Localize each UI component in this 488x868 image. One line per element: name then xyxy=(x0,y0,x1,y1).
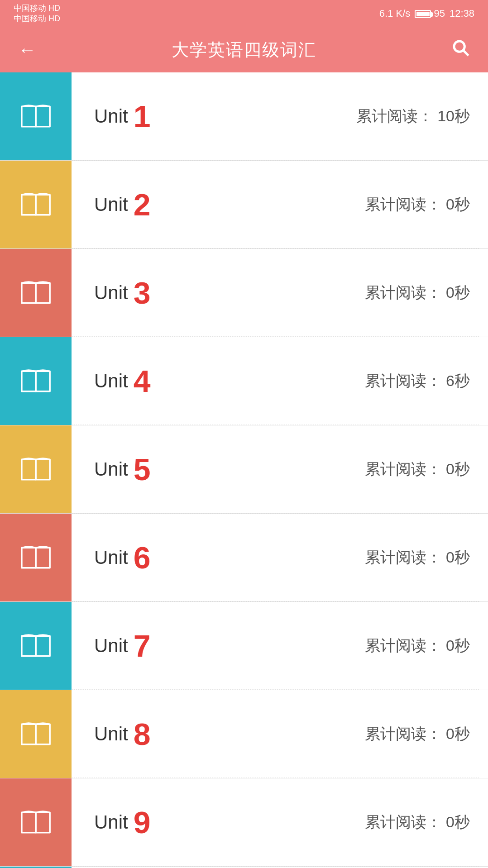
unit-number-9: 9 xyxy=(134,807,151,838)
book-icon xyxy=(18,631,54,661)
reading-label-2: 累计阅读： xyxy=(365,196,442,213)
unit-number-1: 1 xyxy=(134,101,151,132)
battery-icon xyxy=(415,10,431,18)
unit-name-4: Unit 4 xyxy=(94,366,151,396)
unit-icon-7 xyxy=(0,602,72,690)
unit-label-7: Unit xyxy=(94,635,128,657)
reading-label-3: 累计阅读： xyxy=(365,284,442,301)
unit-label-4: Unit xyxy=(94,370,128,392)
reading-label-4: 累计阅读： xyxy=(365,372,442,389)
book-icon xyxy=(18,543,54,572)
unit-label-3: Unit xyxy=(94,282,128,304)
unit-label-5: Unit xyxy=(94,458,128,480)
unit-name-8: Unit 8 xyxy=(94,719,151,749)
unit-name-5: Unit 5 xyxy=(94,454,151,485)
unit-reading-9: 累计阅读： 0秒 xyxy=(365,812,470,833)
battery-label: 95 xyxy=(415,8,445,19)
unit-item-4[interactable]: Unit 4 累计阅读： 6秒 xyxy=(0,337,488,425)
back-button[interactable]: ← xyxy=(18,40,36,60)
reading-label-8: 累计阅读： xyxy=(365,725,442,742)
unit-reading-4: 累计阅读： 6秒 xyxy=(365,371,470,391)
unit-reading-1: 累计阅读： 10秒 xyxy=(356,106,470,127)
unit-content-9: Unit 9 累计阅读： 0秒 xyxy=(72,807,488,838)
reading-label-9: 累计阅读： xyxy=(365,813,442,830)
unit-item-7[interactable]: Unit 7 累计阅读： 0秒 xyxy=(0,602,488,690)
unit-label-6: Unit xyxy=(94,547,128,568)
reading-label-1: 累计阅读： xyxy=(356,107,433,124)
unit-name-3: Unit 3 xyxy=(94,277,151,308)
toolbar: ← 大学英语四级词汇 xyxy=(0,27,488,72)
unit-content-2: Unit 2 累计阅读： 0秒 xyxy=(72,189,488,220)
reading-time-1: 10秒 xyxy=(437,107,470,124)
unit-item-3[interactable]: Unit 3 累计阅读： 0秒 xyxy=(0,249,488,337)
unit-content-6: Unit 6 累计阅读： 0秒 xyxy=(72,542,488,573)
book-icon xyxy=(18,190,54,219)
unit-reading-5: 累计阅读： 0秒 xyxy=(365,459,470,480)
unit-content-4: Unit 4 累计阅读： 6秒 xyxy=(72,366,488,396)
unit-item-1[interactable]: Unit 1 累计阅读： 10秒 xyxy=(0,72,488,161)
unit-number-8: 8 xyxy=(134,719,151,749)
book-icon xyxy=(18,278,54,308)
unit-reading-8: 累计阅读： 0秒 xyxy=(365,724,470,744)
unit-number-5: 5 xyxy=(134,454,151,485)
unit-item-9[interactable]: Unit 9 累计阅读： 0秒 xyxy=(0,778,488,867)
carrier2-label: 中国移动 HD xyxy=(14,14,60,24)
unit-number-4: 4 xyxy=(134,366,151,396)
reading-time-8: 0秒 xyxy=(446,725,470,742)
unit-name-2: Unit 2 xyxy=(94,189,151,220)
reading-time-7: 0秒 xyxy=(446,637,470,654)
unit-content-5: Unit 5 累计阅读： 0秒 xyxy=(72,454,488,485)
unit-icon-4 xyxy=(0,337,72,425)
unit-icon-9 xyxy=(0,778,72,866)
status-right: 6.1 K/s 95 12:38 xyxy=(379,8,474,19)
book-icon xyxy=(18,808,54,837)
unit-label-2: Unit xyxy=(94,194,128,215)
carrier-info: 中国移动 HD 中国移动 HD xyxy=(14,3,60,24)
book-icon xyxy=(18,455,54,484)
svg-line-1 xyxy=(464,50,469,55)
unit-icon-5 xyxy=(0,425,72,513)
reading-label-6: 累计阅读： xyxy=(365,548,442,566)
reading-label-5: 累计阅读： xyxy=(365,460,442,477)
unit-item-6[interactable]: Unit 6 累计阅读： 0秒 xyxy=(0,514,488,602)
unit-number-2: 2 xyxy=(134,189,151,220)
unit-reading-2: 累计阅读： 0秒 xyxy=(365,194,470,215)
book-icon xyxy=(18,367,54,396)
unit-label-9: Unit xyxy=(94,811,128,833)
unit-icon-3 xyxy=(0,249,72,337)
search-icon xyxy=(452,39,470,57)
unit-number-3: 3 xyxy=(134,277,151,308)
content-area: Unit 1 累计阅读： 10秒 Unit 2 累计阅读： 0秒 xyxy=(0,72,488,868)
unit-number-6: 6 xyxy=(134,542,151,573)
unit-item-8[interactable]: Unit 8 累计阅读： 0秒 xyxy=(0,690,488,778)
unit-name-7: Unit 7 xyxy=(94,630,151,661)
reading-label-7: 累计阅读： xyxy=(365,637,442,654)
unit-name-6: Unit 6 xyxy=(94,542,151,573)
book-icon xyxy=(18,720,54,749)
unit-item-2[interactable]: Unit 2 累计阅读： 0秒 xyxy=(0,161,488,249)
unit-content-8: Unit 8 累计阅读： 0秒 xyxy=(72,719,488,749)
unit-reading-7: 累计阅读： 0秒 xyxy=(365,635,470,656)
battery-fill xyxy=(416,12,430,16)
unit-icon-8 xyxy=(0,690,72,778)
unit-icon-1 xyxy=(0,72,72,160)
unit-reading-6: 累计阅读： 0秒 xyxy=(365,547,470,568)
unit-label-8: Unit xyxy=(94,723,128,745)
unit-item-5[interactable]: Unit 5 累计阅读： 0秒 xyxy=(0,425,488,514)
unit-number-7: 7 xyxy=(134,630,151,661)
time-label: 12:38 xyxy=(450,8,474,19)
unit-list: Unit 1 累计阅读： 10秒 Unit 2 累计阅读： 0秒 xyxy=(0,72,488,868)
unit-label-1: Unit xyxy=(94,105,128,127)
reading-time-4: 6秒 xyxy=(446,372,470,389)
unit-content-3: Unit 3 累计阅读： 0秒 xyxy=(72,277,488,308)
status-bar: 中国移动 HD 中国移动 HD 6.1 K/s 95 12:38 xyxy=(0,0,488,27)
page-title: 大学英语四级词汇 xyxy=(172,38,316,62)
unit-icon-2 xyxy=(0,161,72,248)
unit-name-1: Unit 1 xyxy=(94,101,151,132)
unit-name-9: Unit 9 xyxy=(94,807,151,838)
reading-time-2: 0秒 xyxy=(446,196,470,213)
reading-time-9: 0秒 xyxy=(446,813,470,830)
unit-content-7: Unit 7 累计阅读： 0秒 xyxy=(72,630,488,661)
speed-label: 6.1 K/s xyxy=(379,8,410,19)
search-button[interactable] xyxy=(452,39,470,61)
